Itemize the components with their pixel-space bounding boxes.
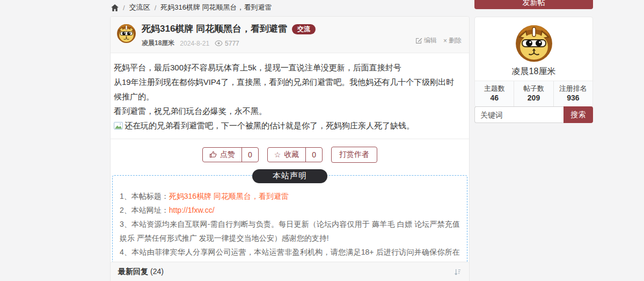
sort-icon[interactable] [453,268,462,276]
post-title: 死妈316棋牌 同花顺黑台，看到避雷 [142,23,287,35]
breadcrumb-separator: / [155,4,157,12]
post-body: 死妈平台，最后300好不容易玩体育上5k，提现一直说注单没更新，后面直接封号 从… [111,53,469,139]
notice-item: 3、本站资源均来自互联网-需自行判断与负责。每日更新（论坛内容仅用于 薅羊毛 白… [120,217,460,245]
post-views-count: 5777 [225,40,239,47]
profile-username: 凌晨18厘米 [475,66,592,77]
notice-site-url-link[interactable]: http://1fxw.cc/ [169,206,215,214]
replies-card: 最新回复(24) [110,262,470,281]
breadcrumb-current: 死妈316棋牌 同花顺黑台，看到避雷 [160,3,272,12]
like-count: 0 [241,148,258,162]
edit-button[interactable]: 编辑 [415,36,437,45]
favorite-button[interactable]: ☆ 收藏 0 [267,147,323,162]
post-views: 5777 [215,40,239,47]
author-profile-card: 凌晨18厘米 主题数 46 帖子数 209 注册排名 936 [474,17,593,107]
breadcrumb-separator: / [123,4,125,12]
post-date: 2024-8-21 [180,40,209,47]
post-actions: 点赞 0 ☆ 收藏 0 打赏作者 [111,139,469,170]
favorite-count: 0 [305,148,322,162]
breadcrumb-section[interactable]: 交流区 [129,3,150,12]
close-icon: × [443,38,447,44]
like-button[interactable]: 点赞 0 [202,147,259,162]
star-icon: ☆ [274,151,281,158]
post-card: 死妈316棋牌 同花顺黑台，看到避雷 交流 凌晨18厘米 2024-8-21 5… [110,16,470,281]
stat-posts: 帖子数 209 [514,81,553,106]
reward-author-button[interactable]: 打赏作者 [331,147,377,163]
site-notice-title: 本站声明 [252,169,327,183]
profile-stats: 主题数 46 帖子数 209 注册排名 936 [475,81,592,106]
replies-header: 最新回复(24) [111,262,469,281]
post-paragraph: 从19年注册到现在都你妈VIP4了，直接黑，看到的兄弟们避雷吧。我他妈还有几十个… [114,75,462,104]
replies-title: 最新回复(24) [118,267,164,277]
search-input[interactable] [474,106,564,123]
category-badge[interactable]: 交流 [292,24,316,34]
notice-item: 2、本站网址：http://1fxw.cc/ [120,203,460,217]
broken-image-icon [114,119,123,134]
post-author-name[interactable]: 凌晨18厘米 [142,39,174,48]
stat-topics: 主题数 46 [475,81,514,106]
profile-avatar [515,24,553,63]
post-paragraph: 还在玩的兄弟看到避雷吧，下一个被黑的估计就是你了，死妈狗庄亲人死了缺钱。 [114,118,462,134]
post-author-avatar[interactable] [116,24,136,44]
post-tools: 编辑 × 删除 [415,36,462,45]
post-meta: 凌晨18厘米 2024-8-21 5777 [142,39,316,48]
post-paragraph: 死妈平台，最后300好不容易玩体育上5k，提现一直说注单没更新，后面直接封号 [114,60,462,75]
breadcrumb: / 交流区 / 死妈316棋牌 同花顺黑台，看到避雷 [111,3,272,12]
search-button[interactable]: 搜索 [564,106,593,123]
stat-rank: 注册排名 936 [553,81,592,106]
replies-count: (24) [150,267,164,276]
search-bar: 搜索 [474,106,593,123]
post-header-main: 死妈316棋牌 同花顺黑台，看到避雷 交流 凌晨18厘米 2024-8-21 5… [142,23,316,48]
notice-post-title-link[interactable]: 死妈316棋牌 同花顺黑台，看到避雷 [169,192,289,200]
delete-button[interactable]: × 删除 [443,36,462,45]
post-paragraph: 看到避雷，祝兄弟们玩台必爆奖，永不黑。 [114,104,462,118]
home-icon[interactable] [111,4,119,11]
post-header: 死妈316棋牌 同花顺黑台，看到避雷 交流 凌晨18厘米 2024-8-21 5… [111,17,469,53]
notice-item: 1、本帖标题：死妈316棋牌 同花顺黑台，看到避雷 [120,189,460,203]
edit-icon [415,37,422,44]
eye-icon [215,40,223,46]
new-post-button[interactable]: 发新帖 [474,0,593,9]
profile-top: 凌晨18厘米 [475,17,592,81]
thumb-up-icon [209,151,217,158]
